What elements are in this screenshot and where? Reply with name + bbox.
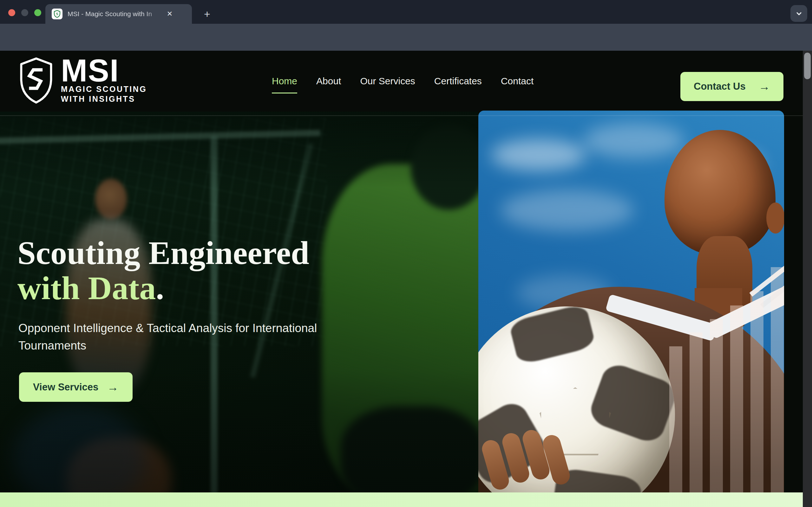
tab-close-icon[interactable]: ✕ [163, 10, 176, 18]
view-services-label: View Services [33, 382, 98, 393]
tab-strip: S MSI - Magic Scouting with In ✕ + [0, 0, 812, 24]
contact-us-label: Contact Us [694, 81, 746, 92]
tab-title: MSI - Magic Scouting with In [67, 10, 163, 18]
browser-tab[interactable]: S MSI - Magic Scouting with In ✕ [45, 4, 192, 24]
contact-us-button[interactable]: Contact Us → [680, 72, 783, 101]
arrow-right-icon: → [759, 80, 770, 93]
window-close-button[interactable] [8, 9, 15, 16]
window-minimize-button[interactable] [21, 9, 28, 16]
stat-bar [751, 291, 763, 493]
stat-bar [710, 319, 723, 493]
hero-player-photo-card [478, 111, 784, 493]
nav-item-certificates[interactable]: Certificates [434, 76, 482, 87]
hero-headline-line1: Scouting Engineered [17, 234, 309, 271]
logo-tagline-line2: WITH INSIGHTS [61, 94, 147, 104]
browser-toolbar: msi.magiccna.com ⋮ [0, 24, 812, 51]
stat-bar [690, 332, 703, 493]
hero-headline-period: . [156, 270, 164, 306]
chevron-down-icon [795, 9, 803, 18]
logo-acronym: MSI [61, 56, 147, 84]
hero-headline-accent: with Data [17, 270, 156, 306]
stat-bar [669, 346, 682, 493]
stat-bar [771, 267, 784, 493]
nav-item-our-services[interactable]: Our Services [360, 76, 415, 87]
nav-item-about[interactable]: About [316, 76, 341, 87]
nav-item-home[interactable]: Home [272, 76, 297, 87]
tab-search-chevron-button[interactable] [791, 5, 807, 22]
svg-text:S: S [56, 12, 58, 16]
window-zoom-button[interactable] [34, 9, 41, 16]
tab-favicon-icon: S [52, 9, 62, 19]
header-divider-line [0, 115, 803, 116]
page-scrollbar[interactable] [803, 51, 812, 507]
nav-item-contact[interactable]: Contact [501, 76, 534, 87]
logo-tagline-line1: MAGIC SCOUTING [61, 84, 147, 94]
new-tab-button[interactable]: + [200, 7, 214, 21]
site-logo[interactable]: MSI MAGIC SCOUTING WITH INSIGHTS [18, 56, 147, 105]
hero-subtitle: Opponent Intelligence & Tactical Analysi… [18, 320, 364, 354]
scrollbar-thumb[interactable] [804, 53, 811, 79]
site-header: MSI MAGIC SCOUTING WITH INSIGHTS Home Ab… [0, 51, 803, 112]
stat-bar [730, 305, 743, 493]
stat-bars [478, 111, 784, 493]
main-nav: Home About Our Services Certificates Con… [272, 51, 534, 112]
hero-headline: Scouting Engineeredwith Data. [17, 235, 366, 305]
arrow-right-icon: → [107, 381, 119, 394]
shield-logo-icon [18, 56, 54, 105]
footer-accent-strip [0, 493, 803, 507]
view-services-button[interactable]: View Services → [19, 372, 133, 402]
